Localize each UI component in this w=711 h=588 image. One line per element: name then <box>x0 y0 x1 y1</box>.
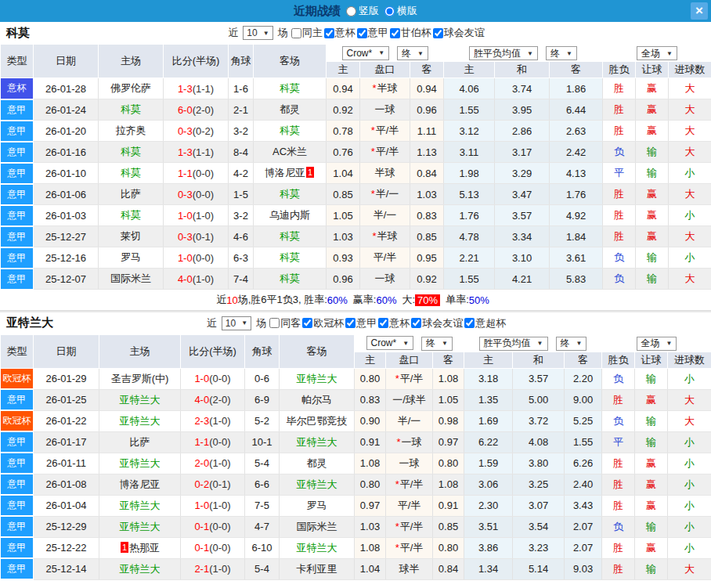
summary-count: 10 <box>226 294 237 306</box>
away-team-name: 科莫 <box>280 82 300 94</box>
summary-big-rate: 70% <box>415 294 440 306</box>
cell-avg-draw: 3.29 <box>495 163 550 184</box>
cell-away: 亚特兰大 <box>280 537 355 558</box>
league-checkbox-4[interactable]: 意超杯 <box>464 316 506 330</box>
same-venue-checkbox[interactable]: 同主 <box>291 26 323 40</box>
close-icon[interactable]: × <box>691 2 708 20</box>
league-checkbox-0-input[interactable] <box>324 28 334 38</box>
cell-avg-away: 2.42 <box>550 142 603 163</box>
final-avg-select[interactable]: 终▼ <box>546 46 577 60</box>
sub-column-header: 客 <box>433 352 464 368</box>
cell-home: 亚特兰大 <box>99 495 181 516</box>
league-checkbox-3-input[interactable] <box>411 318 421 328</box>
league-checkbox-4-input[interactable] <box>464 318 475 328</box>
match-count-select[interactable]: 10▼ <box>222 316 251 330</box>
cell-goals: 大 <box>669 78 711 99</box>
final-avg-select[interactable]: 终▼ <box>556 337 587 351</box>
table-row: 意甲26-01-20拉齐奥0-3(0-2)3-2科莫0.78*平/半1.113.… <box>1 121 711 142</box>
table-row: 意甲25-12-07国际米兰4-0(1-0)7-4科莫0.96一球0.921.5… <box>1 269 711 290</box>
handicap-line: 平/半 <box>400 521 424 532</box>
final-odds-select[interactable]: 终▼ <box>421 337 453 351</box>
odds-source-select[interactable]: Crow*▼ <box>342 46 390 60</box>
cell-date: 26-01-16 <box>34 142 99 163</box>
league-checkbox-2[interactable]: 意杯 <box>378 316 410 330</box>
league-checkbox-2[interactable]: 甘伯杯 <box>390 26 431 40</box>
scope-select-value: 全场 <box>641 47 660 60</box>
cell-date: 26-01-25 <box>34 389 99 410</box>
away-team-name: 科莫 <box>280 188 300 200</box>
league-checkbox-3[interactable]: 球会友谊 <box>411 316 463 330</box>
scope-select[interactable]: 全场▼ <box>637 46 677 60</box>
table-row: 意甲25-12-29亚特兰大0-1(0-0)4-7国际米兰1.03*平/半0.8… <box>1 516 711 537</box>
home-team-name: 亚特兰大 <box>120 457 161 469</box>
same-venue-checkbox[interactable]: 同客 <box>269 316 301 330</box>
cell-goals: 大 <box>668 558 711 579</box>
cell-result: 平 <box>602 431 635 453</box>
league-checkbox-2-input[interactable] <box>378 318 388 328</box>
matches-table-como: 类型日期主场比分(半场)角球客场Crow*▼终▼胜平负均值▼终▼全场▼主盘口客主… <box>0 44 711 290</box>
odds-source-select[interactable]: Crow*▼ <box>366 336 414 350</box>
same-venue-checkbox-input[interactable] <box>269 318 280 328</box>
cell-avg-away: 9.03 <box>565 558 602 579</box>
cell-handicap: *平/半 <box>386 474 433 495</box>
cell-handicap-result: 输 <box>635 368 668 389</box>
away-team-name: 科莫 <box>280 124 300 136</box>
sub-column-header: 和 <box>513 352 565 368</box>
fulltime-score: 1-0 <box>194 500 209 511</box>
cell-away-odds: 0.85 <box>433 516 464 537</box>
cell-corners: 10-1 <box>245 431 280 453</box>
league-checkbox-0-input[interactable] <box>302 318 312 328</box>
league-checkbox-2-label: 意杯 <box>389 316 410 330</box>
cell-avg-home: 3.86 <box>464 537 513 558</box>
team-name-como: 科莫 <box>6 26 30 41</box>
match-count-select-value: 10 <box>247 27 257 38</box>
cell-home-odds: 0.85 <box>327 184 360 205</box>
final-odds-select[interactable]: 终▼ <box>397 46 428 60</box>
avg-select[interactable]: 胜平负均值▼ <box>469 46 538 60</box>
cell-handicap: *半/一 <box>360 184 410 205</box>
sub-column-header: 主 <box>464 352 513 368</box>
league-checkbox-2-input[interactable] <box>390 28 400 38</box>
match-count-select[interactable]: 10▼ <box>243 26 272 40</box>
away-team-name: 毕尔巴鄂竞技 <box>287 415 348 427</box>
league-checkbox-1[interactable]: 意甲 <box>345 316 377 330</box>
league-checkbox-1-input[interactable] <box>345 318 356 328</box>
scope-select[interactable]: 全场▼ <box>637 337 677 351</box>
cell-home-odds: 0.90 <box>355 410 386 431</box>
sub-column-header: 进球数 <box>669 62 711 78</box>
cell-home: 罗马 <box>99 247 164 269</box>
league-checkbox-0[interactable]: 欧冠杯 <box>302 316 344 330</box>
cell-goals: 大 <box>669 142 711 163</box>
league-checkbox-0[interactable]: 意杯 <box>324 26 356 40</box>
cell-handicap: *平/半 <box>386 516 433 537</box>
cell-avg-home: 4.06 <box>444 78 495 99</box>
cell-date: 26-01-24 <box>34 99 99 121</box>
horizontal-layout-radio[interactable] <box>384 6 395 16</box>
cell-away-odds: 1.13 <box>410 142 444 163</box>
cell-home-odds: 1.05 <box>327 205 360 226</box>
table-row: 欧冠杯26-01-29圣吉罗斯(中)1-0(0-0)0-6亚特兰大0.80*平/… <box>1 368 711 389</box>
avg-select[interactable]: 胜平负均值▼ <box>479 337 548 351</box>
chevron-down-icon: ▼ <box>527 50 533 57</box>
home-team-name: 亚特兰大 <box>120 394 161 406</box>
same-venue-checkbox-input[interactable] <box>291 28 301 38</box>
cell-handicap-result: 输 <box>636 247 669 269</box>
cell-handicap-result: 赢 <box>635 495 668 516</box>
summary-win-rate: 60% <box>327 294 348 306</box>
league-checkbox-3-input[interactable] <box>433 28 443 38</box>
halftime-score: (1-0) <box>193 210 214 222</box>
league-checkbox-3[interactable]: 球会友谊 <box>433 26 485 40</box>
fulltime-score: 0-1 <box>194 521 209 532</box>
cell-score: 2-3(1-0) <box>181 410 245 431</box>
cell-home-odds: 0.91 <box>355 431 386 453</box>
cell-goals: 大 <box>669 269 711 290</box>
home-team-name: 佛罗伦萨 <box>110 82 151 94</box>
league-checkbox-1-input[interactable] <box>357 28 367 38</box>
cell-home-odds: 0.80 <box>355 474 386 495</box>
cell-away-odds: 1.08 <box>433 368 464 389</box>
cell-away: 乌迪内斯 <box>254 205 327 226</box>
halftime-score: (1-1) <box>193 146 214 158</box>
cell-home: 圣吉罗斯(中) <box>99 368 181 389</box>
league-checkbox-1[interactable]: 意甲 <box>357 26 388 40</box>
vertical-layout-radio[interactable] <box>346 6 356 16</box>
